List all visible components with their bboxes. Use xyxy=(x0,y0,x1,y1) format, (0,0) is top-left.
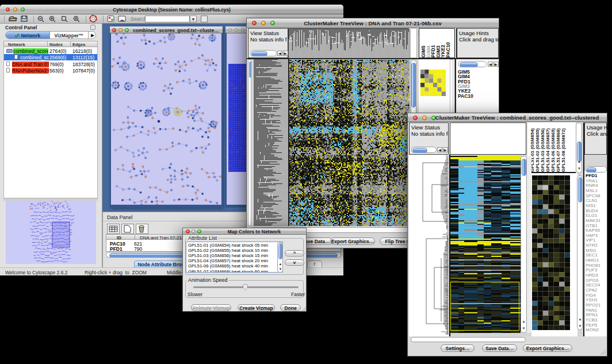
svg-text:GPL51-02 (GSM855): GPL51-02 (GSM855) xyxy=(535,128,540,172)
svg-text:GPL51-06 (GSM865): GPL51-06 (GSM865) xyxy=(550,128,556,172)
svg-text:GPL51-07 (GSM868): GPL51-07 (GSM868) xyxy=(556,128,561,172)
svg-text:GPL51-04 (GSM857): GPL51-04 (GSM857) xyxy=(545,128,550,172)
svg-text:GPL51-03 (GSM856): GPL51-03 (GSM856) xyxy=(540,128,545,172)
svg-text:PAC10: PAC10 xyxy=(445,42,451,58)
svg-text:GPL51-08 (GSM872): GPL51-08 (GSM872) xyxy=(561,128,566,172)
